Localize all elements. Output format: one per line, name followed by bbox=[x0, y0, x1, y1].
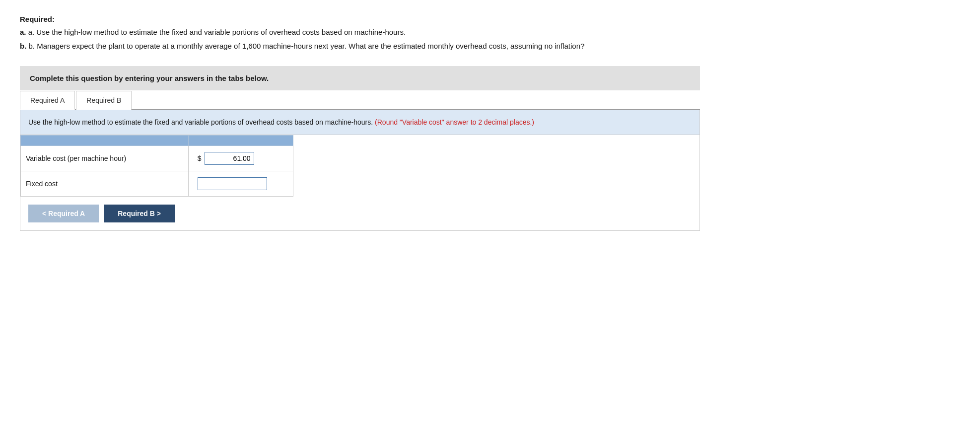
tab-required-b[interactable]: Required B bbox=[76, 91, 132, 110]
fixed-cost-label: Fixed cost bbox=[21, 171, 189, 197]
tab-description: Use the high-low method to estimate the … bbox=[20, 110, 700, 135]
answer-table: Variable cost (per machine hour) $ Fixed… bbox=[20, 135, 293, 197]
complete-box: Complete this question by entering your … bbox=[20, 66, 700, 90]
table-header-col1 bbox=[21, 136, 189, 146]
btn-required-b[interactable]: Required B > bbox=[104, 205, 175, 222]
tab-required-a[interactable]: Required A bbox=[20, 91, 75, 110]
instructions: a. a. Use the high-low method to estimat… bbox=[20, 26, 690, 52]
tabs-container: Required A Required B Use the high-low m… bbox=[20, 90, 700, 231]
dollar-sign-variable: $ bbox=[198, 154, 202, 162]
answer-table-wrapper: Variable cost (per machine hour) $ Fixed… bbox=[20, 135, 700, 197]
navigation-buttons: < Required A Required B > bbox=[20, 197, 700, 230]
complete-box-text: Complete this question by entering your … bbox=[30, 74, 269, 82]
required-header: Required: bbox=[20, 15, 960, 23]
variable-cost-input[interactable] bbox=[205, 152, 254, 165]
table-row-fixed: Fixed cost bbox=[21, 171, 293, 197]
table-header-col2 bbox=[188, 136, 293, 146]
instruction-b: b. b. Managers expect the plant to opera… bbox=[20, 42, 584, 50]
fixed-cost-input-cell bbox=[188, 171, 293, 197]
variable-cost-input-cell: $ bbox=[188, 146, 293, 171]
tab-content: Use the high-low method to estimate the … bbox=[20, 110, 700, 231]
tab-description-main: Use the high-low method to estimate the … bbox=[28, 118, 373, 126]
variable-cost-label: Variable cost (per machine hour) bbox=[21, 146, 189, 171]
btn-required-a[interactable]: < Required A bbox=[28, 205, 99, 222]
tabs-row: Required A Required B bbox=[20, 90, 700, 110]
fixed-cost-input[interactable] bbox=[198, 177, 267, 190]
instruction-a: a. a. Use the high-low method to estimat… bbox=[20, 28, 406, 36]
tab-description-note: (Round "Variable cost" answer to 2 decim… bbox=[373, 118, 534, 126]
table-row-variable: Variable cost (per machine hour) $ bbox=[21, 146, 293, 171]
